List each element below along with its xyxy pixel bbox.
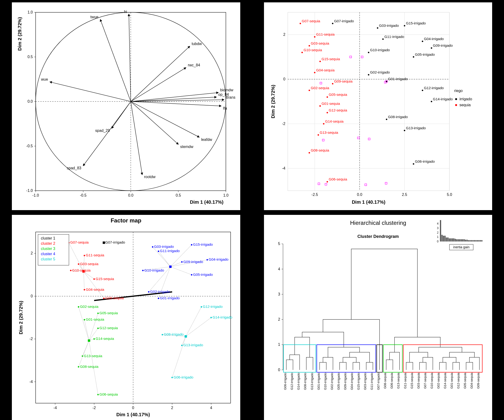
plot-subtitle: Cluster Dendrogram	[357, 234, 399, 239]
leaf-label: G11-sequia	[403, 372, 407, 389]
svg-text:-4: -4	[282, 166, 285, 170]
leaf-label: G04-sequia	[470, 372, 474, 389]
data-point	[386, 119, 387, 120]
svg-rect-102	[82, 270, 85, 273]
svg-text:-0.5: -0.5	[80, 193, 87, 197]
leaf-label: G09-sequia	[476, 372, 480, 389]
variable-label: rwc_84	[188, 63, 200, 67]
point-label: G01-irrigado	[388, 77, 408, 81]
cluster-point	[158, 251, 159, 252]
inertia-bar	[461, 239, 462, 241]
point-label: G08-sequia	[311, 148, 329, 152]
inertia-legend: inertia gain	[453, 246, 469, 249]
variable-label: wue	[41, 77, 48, 81]
inertia-bar	[466, 240, 468, 242]
point-label: G14-sequia	[96, 337, 114, 341]
point-label: G02-irrigado	[370, 70, 390, 74]
chart-grid: -1.0-0.50.00.51.0-1.0-0.50.00.51.0Dim 1 …	[0, 0, 504, 420]
variable-arrow	[129, 14, 131, 102]
svg-text:0.5: 0.5	[176, 193, 181, 197]
cluster-point	[78, 366, 79, 368]
legend-item: cluster 1	[41, 236, 55, 240]
inertia-bar	[447, 238, 449, 242]
data-point	[314, 72, 315, 73]
leaf-label: G10-sequia	[430, 372, 433, 389]
leaf-label: G08-irrigado	[303, 373, 307, 390]
leaf-label: G14-irrigado	[297, 373, 300, 390]
point-label: G06-sequia	[329, 177, 347, 181]
svg-line-93	[170, 267, 192, 275]
inertia-bar	[469, 240, 471, 242]
point-label: G06-irrigado	[415, 159, 434, 163]
svg-rect-103	[88, 339, 90, 342]
point-label: G09-sequia	[334, 79, 353, 83]
leaf-label: G15-irrigado	[357, 373, 360, 390]
point-label: G14-irrigado	[212, 315, 232, 319]
point-label: G09-irrigado	[433, 43, 453, 48]
svg-text:0: 0	[132, 406, 134, 410]
point-label: G02-sequia	[311, 86, 329, 90]
inertia-bar	[475, 240, 476, 242]
inertia-bar	[477, 240, 478, 242]
leaf-label: G02-sequia	[436, 372, 440, 389]
cluster-point	[152, 246, 153, 248]
leaf-label: G07-irrigado	[377, 373, 380, 390]
data-point	[309, 152, 310, 153]
leaf-label: G04-irrigado	[350, 373, 353, 390]
cluster-point	[207, 259, 208, 261]
inertia-bar	[465, 240, 466, 242]
inertia-bar	[441, 235, 443, 241]
leaf-label: G12-sequia	[456, 372, 460, 389]
data-point	[382, 38, 384, 40]
svg-text:0.0: 0.0	[128, 193, 133, 197]
point-label: G14-sequia	[325, 119, 343, 123]
point-label: G12-sequia	[99, 326, 118, 330]
svg-text:1.0: 1.0	[223, 193, 228, 197]
variable-label: twue	[90, 15, 98, 19]
point-label: G12-irrigado	[203, 305, 222, 309]
cluster-point	[84, 255, 85, 256]
inertia-bar	[463, 239, 465, 241]
inertia-bar	[456, 239, 457, 241]
point-label: G11-sequia	[316, 32, 334, 36]
variable-label: rootdw	[144, 174, 156, 179]
cluster-point	[191, 274, 192, 276]
data-point	[309, 90, 310, 91]
point-label: G05-irrigado	[415, 52, 434, 56]
svg-text:Dim 1 (40.17%): Dim 1 (40.17%)	[116, 412, 150, 417]
svg-point-46	[455, 104, 457, 106]
data-point	[332, 23, 333, 24]
point-label: G13-irrigado	[406, 126, 426, 130]
variable-label: biomdw	[220, 88, 233, 92]
svg-text:0: 0	[278, 368, 280, 372]
point-label: G03-sequia	[311, 41, 329, 45]
cluster-point	[162, 334, 163, 336]
leaf-label: G08-sequia	[383, 372, 387, 389]
variable-label: spad_83	[67, 166, 81, 170]
svg-line-96	[186, 307, 201, 336]
cluster-point	[97, 394, 99, 395]
svg-text:2: 2	[283, 32, 285, 36]
leaf-label: G01-irrigado	[317, 373, 320, 390]
point-label: G01-sequia	[321, 102, 340, 106]
data-point	[319, 61, 321, 62]
point-label: G04-sequia	[86, 288, 104, 291]
point-label: G08-irrigado	[388, 115, 408, 119]
svg-text:2: 2	[30, 251, 33, 255]
point-label: G04-sequia	[316, 68, 334, 72]
svg-line-76	[84, 271, 94, 279]
svg-text:1: 1	[278, 342, 280, 347]
cluster-point	[191, 244, 192, 246]
variable-arrow	[131, 102, 199, 137]
variable-label: leafdw	[201, 137, 212, 142]
point-label: G03-irrigado	[154, 245, 174, 249]
point-label: G06-irrigado	[174, 375, 193, 379]
inertia-bar	[481, 240, 482, 242]
inertia-bar	[471, 240, 472, 242]
cluster-point	[158, 298, 159, 299]
svg-text:0: 0	[30, 294, 33, 298]
leaf-label: G06-irrigado	[283, 373, 287, 390]
cluster-point	[84, 289, 85, 290]
cluster-point	[78, 264, 79, 265]
cluster-point	[142, 270, 144, 271]
